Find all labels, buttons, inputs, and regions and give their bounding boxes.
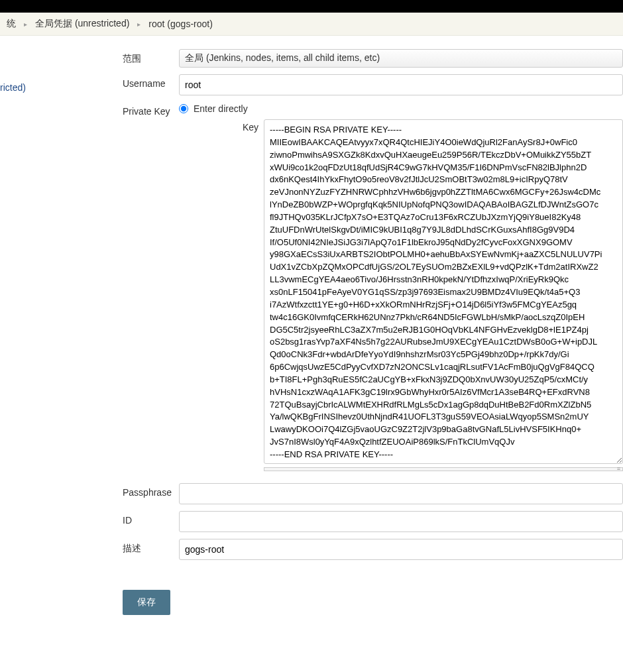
scope-select[interactable]: 全局 (Jenkins, nodes, items, all child ite… (179, 49, 623, 68)
description-label: 描述 (123, 539, 179, 555)
chevron-right-icon: ▸ (137, 21, 141, 28)
top-bar (0, 0, 623, 13)
grip-icon: ≡ (617, 467, 620, 471)
description-input[interactable] (179, 539, 623, 560)
save-button[interactable]: 保存 (123, 590, 170, 615)
passphrase-label: Passphrase (123, 483, 179, 498)
enter-directly-radio[interactable] (179, 104, 188, 113)
enter-directly-label: Enter directly (194, 103, 248, 114)
chevron-right-icon: ▸ (24, 21, 27, 28)
passphrase-input[interactable] (179, 483, 623, 504)
breadcrumb: 统 ▸ 全局凭据 (unrestricted) ▸ root (gogs-roo… (0, 13, 623, 36)
breadcrumb-item-2[interactable]: 全局凭据 (unrestricted) (35, 18, 129, 30)
scope-label: 范围 (123, 49, 179, 65)
username-label: Username (123, 74, 179, 89)
sidebar-link[interactable]: ricted) (0, 82, 26, 93)
id-label: ID (123, 511, 179, 526)
breadcrumb-item-1[interactable]: 统 (7, 18, 16, 30)
id-input[interactable] (179, 511, 623, 532)
breadcrumb-item-3[interactable]: root (gogs-root) (148, 19, 212, 29)
resize-handle[interactable]: ≡ (264, 467, 623, 471)
private-key-label: Private Key (123, 102, 179, 117)
username-input[interactable] (179, 74, 623, 95)
key-textarea[interactable] (264, 119, 623, 464)
key-label: Key (239, 119, 258, 133)
